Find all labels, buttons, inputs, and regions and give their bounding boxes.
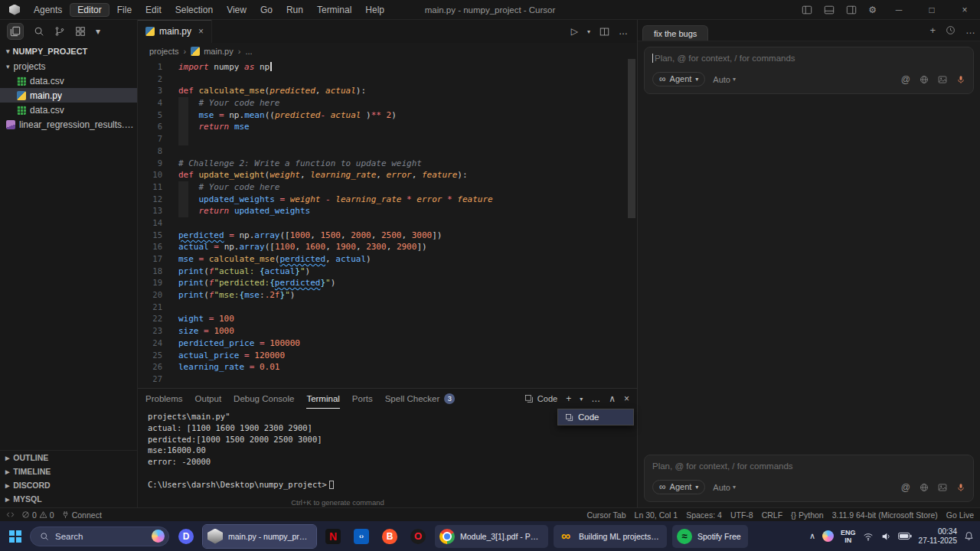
tree-item-main-py[interactable]: main.py [0, 88, 137, 103]
run-python-button[interactable]: ▷ [571, 26, 578, 37]
mention-icon[interactable]: @ [901, 482, 910, 493]
open-code-button[interactable]: Code [524, 394, 557, 403]
code-line[interactable]: 16actual = np.array([1100, 1600, 1900, 2… [138, 241, 637, 253]
wifi-icon[interactable] [863, 531, 874, 542]
menu-editor[interactable]: Editor [70, 3, 109, 17]
mention-icon[interactable]: @ [901, 74, 910, 85]
image-icon[interactable] [938, 75, 947, 84]
code-line[interactable]: 6 return mse [138, 121, 637, 133]
notification-bell-icon[interactable] [964, 531, 974, 541]
taskbar-app-chrome[interactable]: Module_3[1].pdf - Perso... [435, 525, 548, 548]
code-line[interactable]: 26learning_rate = 0.01 [138, 361, 637, 373]
tab-close-icon[interactable]: × [198, 26, 204, 37]
status-cursor-tab[interactable]: Cursor Tab [586, 510, 626, 520]
mic-icon[interactable] [956, 75, 965, 84]
taskbar-app-discord[interactable]: D [175, 525, 198, 548]
tree-item-data-csv[interactable]: data.csv [0, 103, 137, 117]
menu-edit[interactable]: Edit [139, 3, 168, 17]
code-line[interactable]: 18print(f"actual: {actual}") [138, 266, 637, 278]
code-line[interactable]: 14 [138, 217, 637, 230]
chat-input-top[interactable]: Plan, @ for context, / for commands ∞Age… [644, 47, 974, 94]
taskbar-app-vscode[interactable]: ‹› [350, 525, 373, 548]
tray-chevron-icon[interactable]: ∧ [809, 531, 815, 541]
panel-close-icon[interactable]: × [624, 393, 629, 404]
start-button[interactable] [9, 530, 21, 543]
editor-scrollbar[interactable] [628, 59, 635, 218]
code-line[interactable]: 1import numpy as np [138, 61, 637, 73]
taskbar-app-opera[interactable]: O [407, 525, 430, 548]
status-python[interactable]: {} Python [791, 510, 824, 520]
sidebar-section-timeline[interactable]: ▸TIMELINE [0, 465, 137, 478]
source-control-icon[interactable] [54, 26, 65, 37]
terminal-profile-chevron-icon[interactable]: ▾ [580, 396, 583, 403]
panel-tab-problems[interactable]: Problems [145, 389, 183, 409]
status-utf-8[interactable]: UTF-8 [730, 510, 753, 520]
code-line[interactable]: 19print(f"perdicted:{perdicted}") [138, 277, 637, 289]
mic-icon[interactable] [956, 483, 965, 492]
status-go-live[interactable]: Go Live [946, 510, 974, 520]
agent-mode-selector[interactable]: ∞Agent▾ [652, 72, 705, 86]
panel-tab-spell-checker[interactable]: Spell Checker3 [385, 389, 456, 409]
toggle-secondary-sidebar-icon[interactable] [846, 5, 857, 15]
status-3-11-9-64-bit-microsoft-store[interactable]: 3.11.9 64-bit (Microsoft Store) [832, 510, 938, 520]
panel-maximize-icon[interactable]: ∧ [609, 393, 616, 404]
menu-agents[interactable]: Agents [28, 3, 68, 17]
model-selector[interactable]: Auto▾ [713, 483, 736, 492]
copilot-icon[interactable] [822, 530, 834, 542]
code-line[interactable]: 24perdicted_price = 100000 [138, 337, 637, 350]
breadcrumb-item-main-py[interactable]: main.py [191, 47, 234, 56]
code-line[interactable]: 5 mse = np.mean((predicted- actual )** 2… [138, 109, 637, 122]
more-actions-icon[interactable]: … [619, 26, 628, 37]
taskbar-app-netflix[interactable]: N [322, 525, 345, 548]
breadcrumb-item-[interactable]: ... [245, 47, 252, 56]
status-crlf[interactable]: CRLF [762, 510, 782, 520]
menu-selection[interactable]: Selection [169, 3, 219, 17]
toggle-panel-icon[interactable] [824, 5, 835, 15]
close-button[interactable]: × [954, 5, 975, 15]
split-editor-icon[interactable] [599, 27, 609, 37]
chat-history-icon[interactable] [946, 25, 956, 35]
battery-icon[interactable] [898, 532, 912, 540]
panel-more-icon[interactable]: … [591, 393, 600, 404]
explorer-icon[interactable] [7, 23, 24, 40]
panel-tab-ports[interactable]: Ports [352, 389, 373, 409]
taskbar-app-colab[interactable]: ∞Building ML projects wi... [554, 525, 667, 548]
explorer-section-header[interactable]: ▾ NUMPY_PROJECT [0, 43, 137, 59]
taskbar-app-cursor[interactable]: main.py - numpy_proje... [203, 525, 316, 548]
new-chat-icon[interactable]: + [929, 24, 936, 36]
code-line[interactable]: 21 [138, 302, 637, 314]
volume-icon[interactable] [880, 531, 891, 542]
minimize-button[interactable]: ─ [888, 5, 910, 15]
taskbar-search[interactable]: Search [30, 527, 169, 546]
chat-tab[interactable]: fix the bugs [642, 25, 708, 41]
toggle-sidebar-icon[interactable] [802, 5, 812, 15]
sidebar-section-outline[interactable]: ▸OUTLINE [0, 451, 137, 465]
code-line[interactable]: 17mse = calculate_mse(perdicted, actual) [138, 253, 637, 266]
breadcrumb-item-projects[interactable]: projects [149, 47, 179, 56]
code-line[interactable]: 9# Challenge 2: Write a function to upda… [138, 158, 637, 170]
taskbar-app-brave[interactable]: B [378, 525, 401, 548]
menu-run[interactable]: Run [280, 3, 309, 17]
code-line[interactable]: 3def calculate_mse(predicted, actual): [138, 85, 637, 97]
panel-tab-terminal[interactable]: Terminal [306, 389, 339, 409]
more-views-chevron-icon[interactable]: ▾ [96, 26, 100, 37]
status-ln-30-col-1[interactable]: Ln 30, Col 1 [635, 510, 678, 520]
code-line[interactable]: 2 [138, 73, 637, 86]
menu-file[interactable]: File [111, 3, 138, 17]
maximize-button[interactable]: □ [921, 5, 942, 15]
web-icon[interactable] [920, 483, 929, 492]
code-line[interactable]: 13 return updated_weights [138, 205, 637, 217]
menu-view[interactable]: View [220, 3, 253, 17]
code-line[interactable]: 10def update_weight(weight, learning_rat… [138, 169, 637, 181]
taskbar-clock[interactable]: 00:34 27-11-2025 [919, 527, 957, 545]
remote-indicator-icon[interactable] [6, 510, 15, 519]
code-line[interactable]: 11 # Your code here [138, 181, 637, 194]
status-spaces-4[interactable]: Spaces: 4 [686, 510, 722, 520]
menu-go[interactable]: Go [254, 3, 279, 17]
panel-tab-output[interactable]: Output [195, 389, 222, 409]
menu-help[interactable]: Help [359, 3, 390, 17]
code-line[interactable]: 20print(f"mse:{mse:.2f}") [138, 289, 637, 302]
web-icon[interactable] [920, 75, 929, 84]
tree-item-data-csv[interactable]: data.csv [0, 73, 137, 88]
code-line[interactable]: 15perdicted = np.array([1000, 1500, 2000… [138, 230, 637, 242]
